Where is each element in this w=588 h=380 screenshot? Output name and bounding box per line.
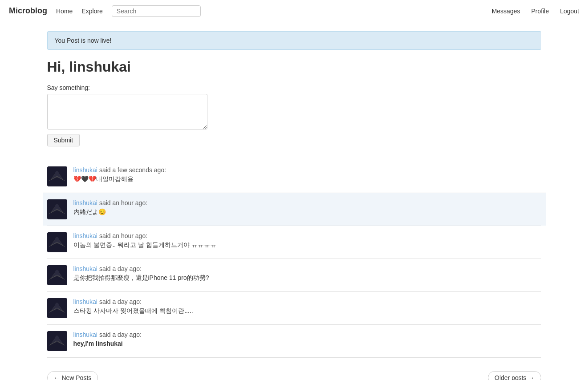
posts-container: linshukai said a few seconds ago: 💔🖤💔내일마… <box>47 160 541 358</box>
avatar <box>47 166 67 186</box>
post-username[interactable]: linshukai <box>73 166 97 174</box>
newer-posts-button[interactable]: ← New Posts <box>47 371 98 380</box>
post-content-area: linshukai said a day ago: 是你把我拍得那麼瘦，還是iP… <box>73 265 541 282</box>
navbar: Microblog Home Explore Messages Profile … <box>0 0 588 22</box>
main-content: You Post is now live! Hi, linshukai Say … <box>38 22 550 380</box>
post-item: linshukai said a few seconds ago: 💔🖤💔내일마… <box>47 160 541 193</box>
svg-point-9 <box>55 303 59 307</box>
post-meta: linshukai said an hour ago: <box>73 232 541 239</box>
post-meta-text: said an hour ago: <box>99 199 147 206</box>
post-username[interactable]: linshukai <box>73 199 97 206</box>
post-item: linshukai said an hour ago: 内緒だよ😊 <box>43 193 546 226</box>
avatar <box>47 331 67 351</box>
svg-point-7 <box>55 270 59 274</box>
post-text: 是你把我拍得那麼瘦，還是iPhone 11 pro的功勞? <box>73 274 541 282</box>
navbar-links: Home Explore <box>56 8 103 15</box>
post-content-area: linshukai said a day ago: hey,I'm linshu… <box>73 331 541 347</box>
nav-explore[interactable]: Explore <box>81 8 102 15</box>
avatar <box>47 265 67 285</box>
post-meta: linshukai said a day ago: <box>73 265 541 272</box>
nav-home[interactable]: Home <box>56 8 73 15</box>
greeting-heading: Hi, linshukai <box>47 59 541 75</box>
post-item: linshukai said an hour ago: 이놈의 불면증.. 뭐라… <box>47 226 541 259</box>
post-meta: linshukai said an hour ago: <box>73 199 541 206</box>
svg-point-5 <box>55 237 59 241</box>
post-textarea[interactable] <box>47 94 207 129</box>
avatar <box>47 199 67 219</box>
post-form: Say something: Submit <box>47 84 541 146</box>
post-content-area: linshukai said an hour ago: 이놈의 불면증.. 뭐라… <box>73 232 541 249</box>
svg-point-1 <box>55 171 59 175</box>
svg-point-11 <box>55 336 59 340</box>
avatar <box>47 232 67 252</box>
navbar-brand[interactable]: Microblog <box>9 6 47 16</box>
post-text: 内緒だよ😊 <box>73 208 541 216</box>
post-item: linshukai said a day ago: 是你把我拍得那麼瘦，還是iP… <box>47 259 541 291</box>
post-username[interactable]: linshukai <box>73 232 97 239</box>
post-item: linshukai said a day ago: hey,I'm linshu… <box>47 324 541 358</box>
alert-message: You Post is now live! <box>55 37 112 44</box>
post-content-area: linshukai said an hour ago: 内緒だよ😊 <box>73 199 541 216</box>
post-text: 이놈의 불면증.. 뭐라고 날 힘들게하느거야 ㅠㅠㅠㅠ <box>73 241 541 249</box>
alert-banner: You Post is now live! <box>47 31 541 50</box>
post-meta-text: said a day ago: <box>99 298 142 305</box>
post-text: hey,I'm linshukai <box>73 340 541 347</box>
post-content-area: linshukai said a few seconds ago: 💔🖤💔내일마… <box>73 166 541 183</box>
post-content-area: linshukai said a day ago: 스타킹 사자마자 찢어졌을때… <box>73 298 541 315</box>
older-posts-button[interactable]: Older posts → <box>488 371 541 380</box>
nav-logout[interactable]: Logout <box>560 8 579 15</box>
post-meta-text: said a day ago: <box>99 331 142 338</box>
navbar-search-container <box>112 5 201 17</box>
pagination: ← New Posts Older posts → <box>47 367 541 380</box>
post-meta-text: said an hour ago: <box>99 232 147 239</box>
search-input[interactable] <box>112 5 201 17</box>
nav-messages[interactable]: Messages <box>492 8 520 15</box>
post-meta-text: said a day ago: <box>99 265 142 272</box>
submit-button[interactable]: Submit <box>47 134 80 146</box>
post-meta-text: said a few seconds ago: <box>99 166 166 174</box>
navbar-right: Messages Profile Logout <box>492 8 579 15</box>
nav-profile[interactable]: Profile <box>531 8 549 15</box>
post-meta: linshukai said a day ago: <box>73 298 541 305</box>
post-username[interactable]: linshukai <box>73 298 97 305</box>
svg-point-3 <box>55 204 59 208</box>
avatar <box>47 298 67 318</box>
post-item: linshukai said a day ago: 스타킹 사자마자 찢어졌을때… <box>47 291 541 324</box>
post-username[interactable]: linshukai <box>73 331 97 338</box>
post-text: 스타킹 사자마자 찢어졌을때에 빡침이란..... <box>73 307 541 315</box>
post-meta: linshukai said a day ago: <box>73 331 541 338</box>
form-label: Say something: <box>47 84 541 91</box>
post-text: 💔🖤💔내일마감해용 <box>73 175 541 183</box>
post-meta: linshukai said a few seconds ago: <box>73 166 541 174</box>
post-username[interactable]: linshukai <box>73 265 97 272</box>
